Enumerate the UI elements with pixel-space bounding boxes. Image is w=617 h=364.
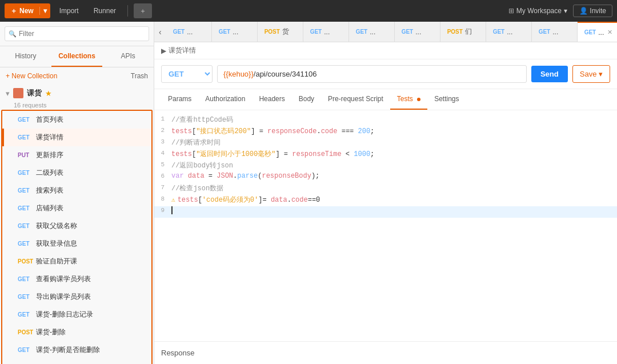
request-item-4[interactable]: GET 搜索列表 bbox=[2, 182, 151, 199]
import-button[interactable]: Import bbox=[54, 3, 85, 18]
req-tab-body[interactable]: Body bbox=[292, 89, 321, 110]
request-tab-5[interactable]: GET ... bbox=[395, 22, 440, 42]
trash-button[interactable]: Trash bbox=[131, 72, 148, 80]
request-tabs: Params Authorization Headers Body Pre-re… bbox=[154, 89, 617, 110]
method-select[interactable]: GET POST PUT DELETE bbox=[161, 65, 213, 83]
req-tab-headers[interactable]: Headers bbox=[252, 89, 291, 110]
collection-count: 16 requests bbox=[0, 102, 154, 109]
request-tab-7[interactable]: GET ... bbox=[486, 22, 532, 42]
tab-label-6: 们 bbox=[465, 27, 472, 37]
request-tab-0[interactable]: GET ... bbox=[166, 22, 212, 42]
request-item-13[interactable]: GET 课货-判断是否能删除 bbox=[2, 341, 151, 359]
line-number-2: 2 bbox=[154, 126, 171, 138]
request-name-13: 课货-判断是否能删除 bbox=[36, 345, 100, 355]
new-collection-button[interactable]: + New Collection bbox=[6, 72, 57, 80]
save-chevron-icon: ▾ bbox=[599, 70, 603, 78]
runner-button[interactable]: Runner bbox=[88, 3, 122, 18]
tab-history[interactable]: History bbox=[0, 46, 51, 67]
request-item-12[interactable]: POST 课货-删除 bbox=[2, 323, 151, 341]
request-name-8: 验证自助开课 bbox=[36, 257, 77, 266]
code-line-1: 1 //查看httpCode码 bbox=[154, 115, 617, 126]
request-item-5[interactable]: GET 店铺列表 bbox=[2, 199, 151, 217]
filter-input[interactable] bbox=[5, 26, 149, 41]
line-number-4: 4 bbox=[154, 149, 171, 161]
url-bar: GET POST PUT DELETE {{kehuo}}/api/course… bbox=[154, 59, 617, 89]
workspace-button[interactable]: ⊞ My Workspace ▾ bbox=[508, 7, 567, 15]
tab-collections[interactable]: Collections bbox=[51, 46, 103, 67]
request-item-1[interactable]: GET 课货详情 bbox=[2, 129, 151, 146]
request-item-10[interactable]: GET 导出购课学员列表 bbox=[2, 288, 151, 306]
tab-label-3: ... bbox=[324, 28, 330, 36]
new-button-arrow[interactable]: ▾ bbox=[39, 7, 50, 15]
tab-method-6: POST bbox=[447, 29, 463, 35]
request-name-4: 搜索列表 bbox=[36, 186, 63, 195]
new-button[interactable]: ＋New ▾ bbox=[5, 3, 50, 18]
code-line-3: 3 //判断请求时间 bbox=[154, 138, 617, 149]
save-button[interactable]: Save ▾ bbox=[572, 65, 610, 83]
tab-method-1: GET bbox=[219, 29, 231, 35]
send-button[interactable]: Send bbox=[531, 66, 568, 82]
code-line-6: 6 var data = JSON.parse(responseBody); bbox=[154, 172, 617, 183]
request-tab-4[interactable]: GET ... bbox=[349, 22, 395, 42]
request-tab-1[interactable]: GET ... bbox=[212, 22, 258, 42]
breadcrumb-arrow: ▶ bbox=[161, 47, 166, 55]
request-name-0: 首页列表 bbox=[36, 115, 63, 125]
response-label: Response bbox=[161, 349, 195, 357]
tab-label-0: ... bbox=[187, 28, 193, 36]
request-item-6[interactable]: GET 获取父级名称 bbox=[2, 217, 151, 235]
request-item-14[interactable]: GET 课货-查询权限 bbox=[2, 359, 151, 364]
invite-button[interactable]: 👤 Invite bbox=[573, 5, 612, 17]
request-name-6: 获取父级名称 bbox=[36, 221, 77, 231]
line-content-2: tests["接口状态码200"] = responseCode.code ==… bbox=[171, 126, 617, 138]
request-item-7[interactable]: GET 获取登录信息 bbox=[2, 235, 151, 253]
tab-label-7: ... bbox=[507, 28, 512, 36]
sidebar-search-area: 🔍 bbox=[0, 22, 154, 46]
request-name-5: 店铺列表 bbox=[36, 203, 63, 213]
request-item-9[interactable]: GET 查看购课学员列表 bbox=[2, 270, 151, 288]
workspace-area: ⊞ My Workspace ▾ 👤 Invite bbox=[508, 5, 612, 17]
request-tab-3[interactable]: GET ... bbox=[303, 22, 349, 42]
code-line-7: 7 //检查json数据 bbox=[154, 183, 617, 195]
request-name-9: 查看购课学员列表 bbox=[36, 274, 91, 284]
sidebar: 🔍 History Collections APIs + New Collect… bbox=[0, 22, 154, 364]
url-display[interactable]: {{kehuo}}/api/course/341106 bbox=[217, 65, 527, 83]
collection-header[interactable]: ▾ 课货 ★ bbox=[0, 85, 154, 102]
request-tab-2[interactable]: POST 货 bbox=[258, 22, 303, 42]
method-badge-12: POST bbox=[18, 329, 36, 335]
request-item-8[interactable]: POST 验证自助开课 bbox=[2, 253, 151, 270]
tab-nav-back[interactable]: ‹ bbox=[154, 22, 166, 42]
method-badge-1: GET bbox=[18, 134, 36, 141]
req-tab-params[interactable]: Params bbox=[161, 89, 198, 110]
extra-button[interactable]: ＋ bbox=[134, 3, 152, 18]
tab-bar: ‹ GET ... GET ... POST 货 GET ... GET ... bbox=[154, 22, 617, 42]
req-tab-settings[interactable]: Settings bbox=[427, 89, 466, 110]
request-tab-9[interactable]: GET ... ✕ bbox=[578, 22, 617, 42]
tab-method-9: GET bbox=[584, 29, 596, 35]
tab-method-7: GET bbox=[493, 29, 505, 35]
request-item-2[interactable]: PUT 更新排序 bbox=[2, 146, 151, 164]
plus-icon: ＋ bbox=[139, 6, 146, 16]
request-tab-6[interactable]: POST 们 bbox=[440, 22, 486, 42]
req-tab-authorization[interactable]: Authorization bbox=[198, 89, 252, 110]
request-item-0[interactable]: GET 首页列表 bbox=[2, 111, 151, 129]
line-content-1: //查看httpCode码 bbox=[171, 115, 617, 126]
request-item-3[interactable]: GET 二级列表 bbox=[2, 164, 151, 182]
tab-apis[interactable]: APIs bbox=[102, 46, 154, 67]
workspace-chevron-icon: ▾ bbox=[564, 7, 567, 15]
request-tab-8[interactable]: GET ... bbox=[532, 22, 578, 42]
tab-label-2: 货 bbox=[282, 27, 289, 37]
line-number-9: 9 bbox=[154, 206, 171, 218]
req-tab-tests[interactable]: Tests bbox=[390, 89, 427, 110]
tab-close-icon[interactable]: ✕ bbox=[607, 29, 612, 36]
line-number-5: 5 bbox=[154, 161, 171, 172]
tests-indicator bbox=[417, 98, 420, 101]
code-editor[interactable]: 1 //查看httpCode码 2 tests["接口状态码200"] = re… bbox=[154, 110, 617, 341]
line-number-3: 3 bbox=[154, 138, 171, 149]
method-badge-2: PUT bbox=[18, 152, 36, 158]
url-variable: {{kehuo}} bbox=[223, 70, 254, 78]
code-line-8: 8 ⚠tests['code码必须为0']= data.code==0 bbox=[154, 195, 617, 206]
request-item-11[interactable]: GET 课货-删除日志记录 bbox=[2, 306, 151, 323]
req-tab-prerequest[interactable]: Pre-request Script bbox=[321, 89, 390, 110]
sidebar-tabs: History Collections APIs bbox=[0, 46, 154, 67]
line-content-4: tests["返回时间小于1000毫秒"] = responseTime < 1… bbox=[171, 149, 617, 161]
